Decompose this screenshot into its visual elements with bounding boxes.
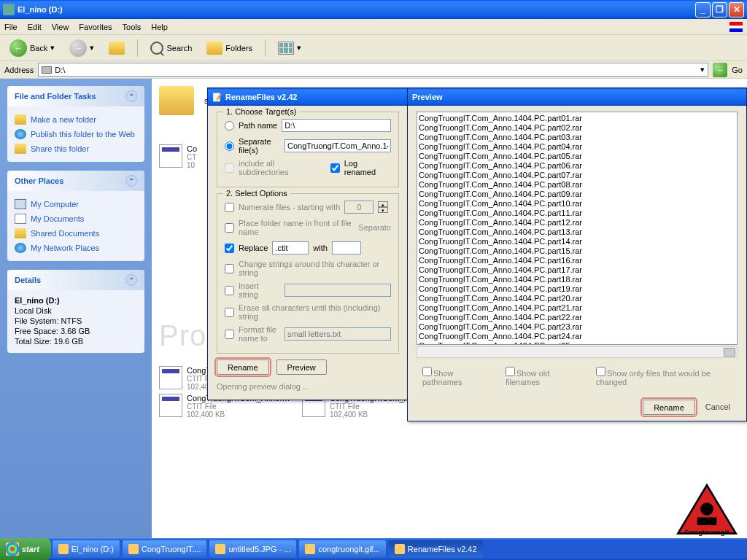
- task-share[interactable]: Share this folder: [15, 141, 137, 156]
- taskbar-item[interactable]: congtruongit.gif...: [299, 540, 385, 558]
- dialog-titlebar[interactable]: 📝 RenameFiles v2.42: [208, 88, 408, 106]
- taskbar-item[interactable]: El_nino (D:): [53, 540, 120, 558]
- maximize-button[interactable]: ❐: [712, 2, 727, 18]
- preview-item[interactable]: CongTruongIT.Com_Anno.1404.PC.part17.rar: [419, 265, 735, 275]
- rename-button[interactable]: Rename: [217, 359, 269, 375]
- show-pathnames-check[interactable]: Show pathnames: [422, 367, 492, 386]
- computer-icon: [15, 199, 26, 209]
- preview-item[interactable]: CongTruongIT.Com_Anno.1404.PC.part04.rar: [419, 142, 735, 152]
- preview-item[interactable]: CongTruongIT.Com_Anno.1404.PC.part15.rar: [419, 246, 735, 256]
- views-button[interactable]: ▾: [273, 39, 306, 57]
- radio-label: Path name: [239, 121, 277, 130]
- start-button[interactable]: start: [0, 538, 51, 560]
- preview-item[interactable]: CongTruongIT.Com_Anno.1404.PC.part22.rar: [419, 313, 735, 322]
- folder-icon[interactable]: [159, 86, 194, 115]
- task-publish[interactable]: Publish this folder to the Web: [15, 127, 137, 141]
- preview-item[interactable]: CongTruongIT.Com_Anno.1404.PC.part03.rar: [419, 133, 735, 142]
- search-icon: [150, 42, 163, 55]
- group-legend: 1. Choose Target(s): [223, 107, 299, 116]
- preview-item[interactable]: CongTruongIT.Com_Anno.1404.PC.part13.rar: [419, 228, 735, 237]
- taskbar-item[interactable]: RenameFiles v2.42: [389, 540, 483, 558]
- file-item[interactable]: CoCT10: [159, 144, 203, 169]
- preview-item[interactable]: CongTruongIT.Com_Anno.1404.PC.part10.rar: [419, 199, 735, 209]
- preview-item[interactable]: CongTruongIT.Com_Anno.1404.PC.part24.rar: [419, 332, 735, 341]
- scroll-thumb[interactable]: [724, 348, 735, 357]
- menu-view[interactable]: View: [52, 23, 69, 31]
- place-network[interactable]: My Network Places: [15, 241, 137, 255]
- preview-item[interactable]: CongTruongIT.Com_Anno.1404.PC.part25.rar: [419, 341, 735, 345]
- preview-item[interactable]: CongTruongIT.Com_Anno.1404.PC.part11.rar: [419, 209, 735, 218]
- preview-item[interactable]: CongTruongIT.Com_Anno.1404.PC.part01.rar: [419, 114, 735, 123]
- preview-item[interactable]: CongTruongIT.Com_Anno.1404.PC.part23.rar: [419, 322, 735, 332]
- change-strings-check[interactable]: Change strings around this character or …: [225, 260, 391, 277]
- app-icon: 📝: [212, 93, 222, 102]
- chevron-down-icon[interactable]: ▾: [700, 65, 705, 74]
- preview-item[interactable]: CongTruongIT.Com_Anno.1404.PC.part16.rar: [419, 256, 735, 265]
- folders-button[interactable]: Folders: [201, 39, 258, 57]
- go-button[interactable]: →: [713, 63, 727, 77]
- collapse-icon[interactable]: ⌃: [125, 90, 137, 102]
- preview-item[interactable]: CongTruongIT.Com_Anno.1404.PC.part19.rar: [419, 284, 735, 294]
- preview-item[interactable]: CongTruongIT.Com_Anno.1404.PC.part05.rar: [419, 152, 735, 161]
- erase-check[interactable]: Erase all characters until this (includi…: [225, 303, 391, 321]
- folder-up-icon: [109, 42, 125, 55]
- preview-item[interactable]: CongTruongIT.Com_Anno.1404.PC.part12.rar: [419, 218, 735, 228]
- log-renamed-check[interactable]: Log renamed: [330, 159, 391, 176]
- preview-item[interactable]: CongTruongIT.Com_Anno.1404.PC.part07.rar: [419, 171, 735, 180]
- preview-item[interactable]: CongTruongIT.Com_Anno.1404.PC.part08.rar: [419, 180, 735, 190]
- separate-files-radio[interactable]: Separate file(s): [225, 137, 280, 155]
- numerate-check[interactable]: Numerate files - starting with: [225, 203, 340, 212]
- preview-item[interactable]: CongTruongIT.Com_Anno.1404.PC.part18.rar: [419, 275, 735, 284]
- menu-file[interactable]: File: [4, 23, 18, 31]
- show-only-changed-check[interactable]: Show only files that would be changed: [596, 367, 738, 386]
- dialog-titlebar[interactable]: Preview: [408, 88, 746, 106]
- menu-favorites[interactable]: Favorites: [79, 23, 112, 31]
- replace-check[interactable]: Replace: [225, 244, 268, 253]
- path-input[interactable]: [282, 119, 391, 132]
- app-icon: [305, 544, 315, 554]
- taskbar-item[interactable]: untitled5.JPG - ...: [209, 540, 296, 558]
- preview-cancel-button[interactable]: Cancel: [705, 400, 730, 415]
- forward-button[interactable]: → ▾: [64, 37, 99, 59]
- preview-item[interactable]: CongTruongIT.Com_Anno.1404.PC.part02.rar: [419, 123, 735, 133]
- format-check[interactable]: Format file name to: [225, 325, 280, 343]
- go-label: Go: [732, 66, 743, 74]
- replace-to-input[interactable]: [332, 241, 361, 254]
- place-shared-docs[interactable]: Shared Documents: [15, 226, 137, 241]
- horizontal-scrollbar[interactable]: [417, 346, 738, 358]
- place-label: My Network Places: [31, 244, 99, 252]
- file-type: CTIT File: [187, 402, 290, 411]
- address-input[interactable]: D:\ ▾: [38, 63, 708, 77]
- replace-from-input[interactable]: [272, 241, 309, 254]
- close-button[interactable]: ✕: [729, 2, 744, 18]
- preview-file-list[interactable]: CongTruongIT.Com_Anno.1404.PC.part01.rar…: [417, 112, 738, 345]
- insert-input: [285, 284, 391, 297]
- preview-item[interactable]: CongTruongIT.Com_Anno.1404.PC.part14.rar: [419, 237, 735, 246]
- back-button[interactable]: ← Back ▾: [4, 37, 60, 59]
- collapse-icon[interactable]: ⌃: [125, 175, 137, 187]
- path-name-radio[interactable]: Path name: [225, 121, 277, 131]
- menu-edit[interactable]: Edit: [28, 23, 42, 31]
- search-button[interactable]: Search: [145, 39, 197, 57]
- preview-item[interactable]: CongTruongIT.Com_Anno.1404.PC.part20.rar: [419, 294, 735, 303]
- preview-rename-button[interactable]: Rename: [643, 400, 695, 415]
- minimize-button[interactable]: _: [695, 2, 711, 18]
- collapse-icon[interactable]: ⌃: [125, 274, 137, 286]
- up-button[interactable]: [104, 39, 130, 57]
- separate-files-input[interactable]: [285, 139, 391, 152]
- show-old-filenames-check[interactable]: Show old filenames: [506, 367, 583, 386]
- task-new-folder[interactable]: Make a new folder: [15, 112, 137, 127]
- spinner[interactable]: ▴▾: [378, 201, 388, 213]
- taskbar-item[interactable]: CongTruongIT....: [123, 540, 207, 558]
- menu-tools[interactable]: Tools: [123, 23, 142, 31]
- preview-item[interactable]: CongTruongIT.Com_Anno.1404.PC.part09.rar: [419, 190, 735, 199]
- preview-button[interactable]: Preview: [276, 359, 327, 375]
- insert-string-check[interactable]: Insert string: [225, 281, 280, 299]
- preview-item[interactable]: CongTruongIT.Com_Anno.1404.PC.part06.rar: [419, 161, 735, 171]
- preview-item[interactable]: CongTruongIT.Com_Anno.1404.PC.part21.rar: [419, 303, 735, 313]
- menu-help[interactable]: Help: [151, 23, 168, 31]
- folder-icon: [15, 114, 26, 125]
- place-folder-check[interactable]: Place folder name in front of file name: [225, 219, 354, 236]
- place-my-computer[interactable]: My Computer: [15, 197, 137, 211]
- place-my-documents[interactable]: My Documents: [15, 211, 137, 226]
